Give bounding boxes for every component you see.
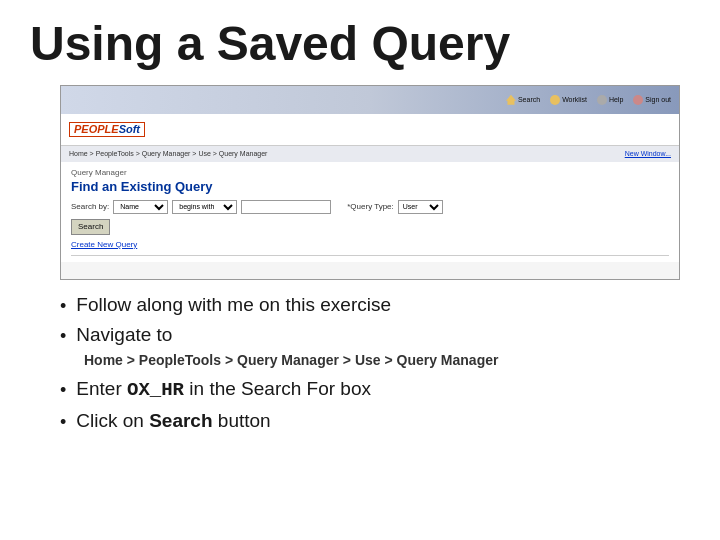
ps-begins-with-select[interactable]: begins with xyxy=(172,200,237,214)
screenshot-preview: Search Worklist Help Sign out PEOPLESoft xyxy=(60,85,680,280)
bullet-4-prefix: Click on xyxy=(76,410,149,431)
bullet-text-3: Enter OX_HR in the Search For box xyxy=(76,376,371,404)
ps-home-label: Search xyxy=(518,96,540,103)
bullet-item-4: • Click on Search button xyxy=(60,408,690,434)
ps-search-by-select[interactable]: Name xyxy=(113,200,168,214)
ps-search-form-row: Search by: Name begins with *Query Type:… xyxy=(71,200,669,214)
bullet-4-suffix: button xyxy=(213,410,271,431)
ps-page-header: Query Manager xyxy=(71,168,669,177)
bullets-section: • Follow along with me on this exercise … xyxy=(30,292,690,435)
ps-breadcrumb: Home > PeopleTools > Query Manager > Use… xyxy=(69,150,267,157)
nav-path-text: Home > PeopleTools > Query Manager > Use… xyxy=(84,352,498,368)
ps-logo: PEOPLESoft xyxy=(69,122,145,137)
bullet-dot-4: • xyxy=(60,410,66,434)
bullet-dot-3: • xyxy=(60,378,66,402)
ps-help-nav: Help xyxy=(597,95,623,105)
signout-icon xyxy=(633,95,643,105)
ps-home-nav: Search xyxy=(506,95,540,105)
ps-signout-nav: Sign out xyxy=(633,95,671,105)
ps-worklist-nav: Worklist xyxy=(550,95,587,105)
ps-logo-bar: PEOPLESoft xyxy=(61,114,679,146)
bullet-dot-2: • xyxy=(60,324,66,348)
ps-signout-label: Sign out xyxy=(645,96,671,103)
ps-divider xyxy=(71,255,669,256)
ps-search-input[interactable] xyxy=(241,200,331,214)
bullet-dot-1: • xyxy=(60,294,66,318)
ps-breadcrumb-bar: Home > PeopleTools > Query Manager > Use… xyxy=(61,146,679,162)
bullet-3-suffix: in the Search For box xyxy=(184,378,371,399)
nav-path-line: Home > PeopleTools > Query Manager > Use… xyxy=(84,352,690,368)
bullet-item-1: • Follow along with me on this exercise xyxy=(60,292,690,318)
ps-page-title: Find an Existing Query xyxy=(71,179,669,194)
ps-help-label: Help xyxy=(609,96,623,103)
bullet-text-4: Click on Search button xyxy=(76,408,270,434)
ps-navbar: Search Worklist Help Sign out xyxy=(61,86,679,114)
bullet-text-1: Follow along with me on this exercise xyxy=(76,292,391,318)
bullet-item-3: • Enter OX_HR in the Search For box xyxy=(60,376,690,404)
ps-search-button[interactable]: Search xyxy=(71,219,110,235)
bullet-item-2: • Navigate to xyxy=(60,322,690,348)
ps-search-by-label: Search by: xyxy=(71,202,109,211)
ps-query-type-label: *Query Type: xyxy=(347,202,394,211)
worklist-icon xyxy=(550,95,560,105)
ps-query-type-select[interactable]: User xyxy=(398,200,443,214)
ps-new-window-link[interactable]: New Window... xyxy=(625,150,671,157)
help-icon xyxy=(597,95,607,105)
ps-create-link[interactable]: Create New Query xyxy=(71,240,669,249)
bullet-text-2: Navigate to xyxy=(76,322,172,348)
ps-content-area: Query Manager Find an Existing Query Sea… xyxy=(61,162,679,262)
bullet-4-bold: Search xyxy=(149,410,212,431)
ps-worklist-label: Worklist xyxy=(562,96,587,103)
bullet-3-bold: OX_HR xyxy=(127,379,184,401)
page-title: Using a Saved Query xyxy=(30,18,690,71)
ps-search-button-row: Search xyxy=(71,219,669,235)
home-icon xyxy=(506,95,516,105)
bullet-3-prefix: Enter xyxy=(76,378,127,399)
